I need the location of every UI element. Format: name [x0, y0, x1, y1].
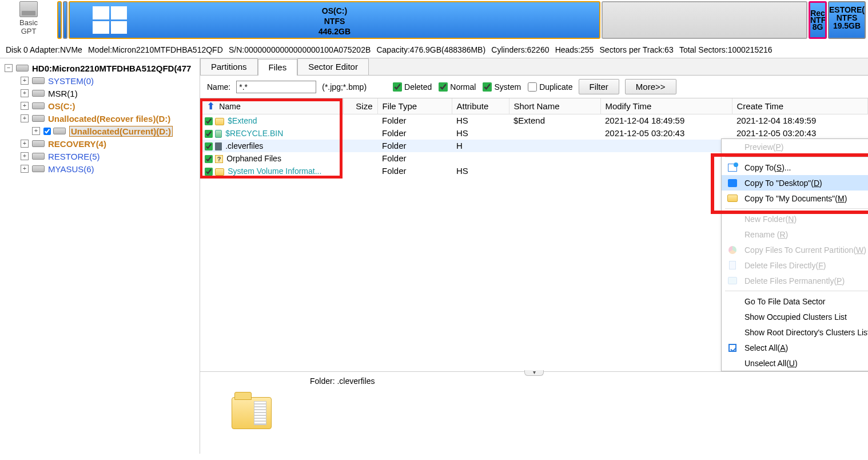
- checkbox-duplicate[interactable]: Duplicate: [528, 82, 572, 92]
- tree-label: Unallocated(Current)(D:): [69, 126, 173, 137]
- col-attr[interactable]: Attribute: [452, 98, 509, 114]
- tree-item[interactable]: +MYASUS(6): [2, 162, 197, 175]
- up-folder-icon: ⬆: [207, 101, 214, 111]
- expand-icon[interactable]: +: [21, 140, 29, 148]
- tree-label: RECOVERY(4): [48, 139, 106, 149]
- drive-icon: [32, 90, 45, 97]
- checkbox-system[interactable]: System: [483, 82, 521, 92]
- col-type[interactable]: File Type: [377, 98, 452, 114]
- tree-item[interactable]: +SYSTEM(0): [2, 74, 197, 87]
- file-table: ⬆ Name Size File Type Attribute Short Na…: [200, 98, 868, 371]
- col-mtime[interactable]: Modify Time: [600, 98, 732, 114]
- partition-os[interactable]: OS(C:) NTFS 446.2GB: [69, 1, 600, 39]
- tree-item[interactable]: +Unallocated(Current)(D:): [2, 125, 197, 137]
- expand-icon[interactable]: +: [32, 127, 40, 135]
- tree-label: SYSTEM(0): [48, 76, 94, 86]
- col-name[interactable]: ⬆ Name: [200, 98, 343, 114]
- expand-icon[interactable]: +: [21, 102, 29, 110]
- file-name: System Volume Informat...: [228, 166, 321, 176]
- menu-rename: Rename (R): [722, 227, 868, 242]
- checkbox-normal[interactable]: Normal: [439, 82, 476, 92]
- tree-item[interactable]: +RESTORE(5): [2, 150, 197, 162]
- name-label: Name:: [207, 82, 230, 92]
- file-attr: [452, 152, 509, 165]
- tab-files[interactable]: Files: [258, 59, 298, 76]
- col-size[interactable]: Size: [343, 98, 377, 114]
- row-checkbox[interactable]: [205, 168, 213, 176]
- row-checkbox[interactable]: [205, 142, 213, 150]
- tree-label: OS(C:): [48, 101, 75, 111]
- checkbox-deleted[interactable]: Deleted: [393, 82, 432, 92]
- menu-goto-sector[interactable]: Go To File Data Sector▸: [722, 294, 868, 309]
- file-short: [509, 140, 600, 152]
- os-fs: NTFS: [70, 16, 599, 26]
- name-pattern-input[interactable]: [236, 81, 316, 93]
- more-button[interactable]: More>>: [625, 79, 676, 94]
- menu-copy-to-documents[interactable]: Copy To "My Documents"(M): [722, 191, 868, 206]
- tree-item[interactable]: +MSR(1): [2, 87, 197, 100]
- partition-tree: − HD0:Micron2210MTFDHBA512QFD(477 +SYSTE…: [0, 58, 200, 454]
- table-row[interactable]: $ExtendFolderHS$Extend2021-12-04 18:49:5…: [200, 114, 868, 127]
- tree-checkbox[interactable]: [43, 128, 51, 135]
- tool-label-2: GPT: [0, 27, 57, 35]
- menu-unselect-all[interactable]: Unselect All(U): [722, 355, 868, 371]
- row-checkbox[interactable]: [205, 117, 213, 125]
- menu-root-clusters[interactable]: Show Root Directory's Clusters List: [722, 324, 868, 340]
- file-attr: HS: [452, 114, 509, 127]
- doc-icon: [729, 261, 736, 269]
- tree-item[interactable]: +RECOVERY(4): [2, 137, 197, 150]
- tab-sector-editor[interactable]: Sector Editor: [297, 58, 369, 75]
- toolbar-basic-gpt[interactable]: Basic GPT: [0, 0, 57, 41]
- tree-root[interactable]: − HD0:Micron2210MTFDHBA512QFD(477: [2, 62, 197, 74]
- file-mtime: 2021-12-05 03:20:43: [600, 127, 732, 140]
- menu-copy-to[interactable]: Copy To(S)...: [722, 160, 868, 175]
- file-short: [509, 127, 600, 140]
- menu-select-all[interactable]: Select All(A): [722, 340, 868, 355]
- expand-icon[interactable]: +: [21, 89, 29, 97]
- col-ctime[interactable]: Create Time: [732, 98, 868, 114]
- file-name: Orphaned Files: [226, 154, 281, 163]
- menu-occupied-clusters[interactable]: Show Occupied Clusters List: [722, 309, 868, 324]
- filter-button[interactable]: Filter: [579, 79, 619, 94]
- drive-icon: [53, 128, 66, 134]
- table-row[interactable]: $RECYCLE.BINFolderHS2021-12-05 03:20:432…: [200, 127, 868, 140]
- file-mtime: [600, 140, 732, 152]
- collapse-icon[interactable]: −: [5, 64, 13, 72]
- drive-icon: [32, 102, 45, 109]
- drive-icon: [32, 153, 45, 160]
- tabs: Partitions Files Sector Editor: [200, 58, 868, 76]
- tree-label: MYASUS(6): [48, 164, 94, 174]
- row-checkbox[interactable]: [205, 130, 213, 138]
- question-icon: ?: [215, 155, 223, 163]
- drive-icon: [32, 77, 45, 84]
- restore-l1: ESTORE(: [829, 6, 865, 14]
- row-checkbox[interactable]: [205, 155, 213, 163]
- drive-icon: [32, 115, 45, 122]
- partition-msr[interactable]: [63, 1, 67, 39]
- folder-large-icon: [232, 397, 272, 429]
- expand-icon[interactable]: +: [21, 152, 29, 160]
- expand-icon[interactable]: +: [21, 77, 29, 85]
- filter-bar: Name: (*.jpg;*.bmp) Deleted Normal Syste…: [200, 76, 868, 98]
- tree-item[interactable]: +Unallocated(Recover files)(D:): [2, 112, 197, 125]
- file-type: Folder: [377, 114, 452, 127]
- preview-label: Folder: .cleverfiles: [310, 376, 861, 386]
- file-ctime: 2021-12-05 03:20:43: [732, 127, 868, 140]
- partition-system[interactable]: [57, 1, 62, 39]
- folder-icon: [727, 195, 738, 202]
- folder-icon: [215, 118, 224, 125]
- menu-copy-to-desktop[interactable]: Copy To "Desktop"(D): [722, 175, 868, 191]
- file-type: Folder: [377, 152, 452, 165]
- partition-unallocated[interactable]: [602, 1, 807, 39]
- tree-item[interactable]: +OS(C:): [2, 100, 197, 112]
- file-attr: HS: [452, 165, 509, 177]
- partition-restore[interactable]: ESTORE( NTFS 19.5GB: [828, 1, 866, 39]
- file-attr: H: [452, 140, 509, 152]
- file-type: Folder: [377, 127, 452, 140]
- tab-partitions[interactable]: Partitions: [200, 58, 258, 75]
- partition-recovery[interactable]: Rec NTF 8G: [809, 1, 827, 39]
- panel-handle[interactable]: ▾: [524, 370, 544, 376]
- col-short[interactable]: Short Name: [509, 98, 600, 114]
- expand-icon[interactable]: +: [21, 165, 29, 173]
- expand-icon[interactable]: +: [21, 114, 29, 122]
